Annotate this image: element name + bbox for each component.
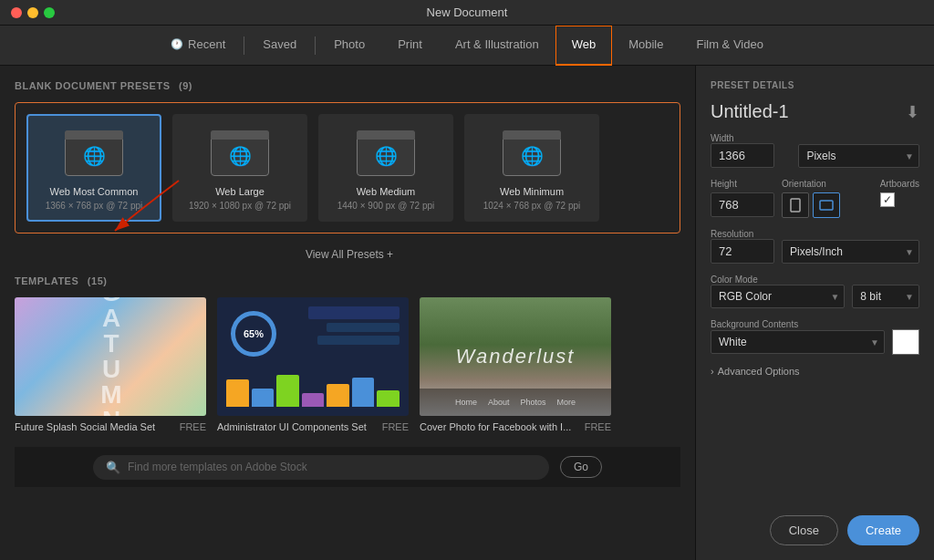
tab-art-label: Art & Illustration xyxy=(455,37,539,51)
width-input-group xyxy=(711,143,791,168)
landscape-orientation-button[interactable] xyxy=(813,192,840,218)
title-bar: New Document xyxy=(0,0,934,26)
artboards-checkbox[interactable]: ✓ xyxy=(880,192,895,207)
tab-web[interactable]: Web xyxy=(555,26,613,66)
tab-print[interactable]: Print xyxy=(381,26,439,66)
bg-contents-select[interactable]: White Black Transparent xyxy=(711,330,885,354)
window-title: New Document xyxy=(427,5,508,19)
tab-film[interactable]: Film & Video xyxy=(680,26,779,66)
width-row: Pixels Inches cm ▼ xyxy=(711,143,919,168)
width-field-group: Width Pixels Inches cm ▼ xyxy=(711,133,919,168)
tab-photo[interactable]: Photo xyxy=(317,26,381,66)
artboards-label: Artboards xyxy=(880,179,919,189)
width-input[interactable] xyxy=(711,143,774,168)
preset-icon-minimum: 🌐 xyxy=(503,130,561,176)
preset-icon-medium: 🌐 xyxy=(357,130,415,176)
tab-art[interactable]: Art & Illustration xyxy=(439,26,555,66)
main-layout: BLANK DOCUMENT PRESETS (9) 🌐 Web Most Co… xyxy=(0,66,934,560)
create-button[interactable]: Create xyxy=(847,515,919,545)
bg-contents-select-wrap: White Black Transparent ▼ xyxy=(711,330,885,354)
template-badge-cover: FREE xyxy=(585,421,611,432)
tab-photo-label: Photo xyxy=(334,37,365,51)
bg-contents-field-group: Background Contents White Black Transpar… xyxy=(711,319,919,355)
left-panel: BLANK DOCUMENT PRESETS (9) 🌐 Web Most Co… xyxy=(0,66,695,560)
globe-icon-4: 🌐 xyxy=(521,145,544,167)
tab-web-label: Web xyxy=(572,37,597,51)
template-name-row-cover: Cover Photo for Facebook with I... FREE xyxy=(420,421,611,432)
portrait-icon xyxy=(790,198,801,213)
artboards-field-group: Artboards ✓ xyxy=(880,179,919,207)
preset-card-medium[interactable]: 🌐 Web Medium 1440 × 900 px @ 72 ppi xyxy=(318,114,453,222)
preset-name-most-common: Web Most Common xyxy=(50,185,139,199)
portrait-orientation-button[interactable] xyxy=(782,192,809,218)
preset-dims-minimum: 1024 × 768 px @ 72 ppi xyxy=(483,201,581,211)
preset-card-most-common[interactable]: 🌐 Web Most Common 1366 × 768 px @ 72 ppi xyxy=(26,114,161,222)
tab-divider-2 xyxy=(315,36,316,55)
template-thumb-splash: GATUMN xyxy=(15,297,206,416)
template-thumb-admin: 65% xyxy=(217,297,409,416)
resolution-unit-select[interactable]: Pixels/Inch Pixels/cm xyxy=(782,240,919,264)
tab-mobile[interactable]: Mobile xyxy=(612,26,680,66)
preset-icon-large: 🌐 xyxy=(211,130,269,176)
svg-rect-2 xyxy=(820,201,833,210)
preset-title-row: Untitled-1 ⬇ xyxy=(711,101,919,122)
preset-card-minimum[interactable]: 🌐 Web Minimum 1024 × 768 px @ 72 ppi xyxy=(464,114,599,222)
width-unit-select[interactable]: Pixels Inches cm xyxy=(798,144,919,168)
template-name-admin: Administrator UI Components Set xyxy=(217,421,367,432)
templates-count: (15) xyxy=(88,275,108,286)
advanced-options-link[interactable]: › Advanced Options xyxy=(711,366,919,377)
color-depth-select[interactable]: 8 bit 16 bit 32 bit xyxy=(852,285,919,308)
template-badge-admin: FREE xyxy=(382,421,409,432)
color-mode-select-wrap: RGB Color CMYK Color Grayscale ▼ xyxy=(711,285,845,308)
thumb-circle: 65% xyxy=(231,311,276,357)
resolution-label: Resolution xyxy=(711,229,919,239)
tab-saved[interactable]: Saved xyxy=(246,26,313,66)
maximize-window-button[interactable] xyxy=(44,7,55,18)
close-window-button[interactable] xyxy=(11,7,22,18)
color-depth-select-wrap: 8 bit 16 bit 32 bit ▼ xyxy=(852,285,919,308)
template-card-cover[interactable]: Wanderlust Home About Photos More Cover … xyxy=(420,297,611,432)
bottom-buttons: Close Create xyxy=(711,515,919,545)
tab-divider xyxy=(244,36,244,55)
width-unit-select-wrap: Pixels Inches cm ▼ xyxy=(798,144,919,168)
tab-recent-label: Recent xyxy=(188,37,225,51)
resolution-unit-select-wrap: Pixels/Inch Pixels/cm ▼ xyxy=(782,240,919,264)
view-all-presets[interactable]: View All Presets + xyxy=(15,248,680,261)
resolution-row: Pixels/Inch Pixels/cm ▼ xyxy=(711,239,919,264)
template-name-cover: Cover Photo for Facebook with I... xyxy=(420,421,571,432)
right-panel: PRESET DETAILS Untitled-1 ⬇ Width Pixels… xyxy=(695,66,934,560)
thumb-bars xyxy=(226,370,400,407)
bg-contents-row: White Black Transparent ▼ xyxy=(711,329,919,355)
thumb-3-text: Wanderlust xyxy=(456,345,576,368)
height-label: Height xyxy=(711,179,774,189)
preset-dims-most-common: 1366 × 768 px @ 72 ppi xyxy=(46,201,143,211)
template-card-admin[interactable]: 65% xyxy=(217,297,409,432)
minimize-window-button[interactable] xyxy=(27,7,38,18)
orientation-field-group: Orientation xyxy=(782,179,873,218)
template-name-splash: Future Splash Social Media Set xyxy=(15,421,155,432)
width-label: Width xyxy=(711,133,919,143)
preset-name-minimum: Web Minimum xyxy=(500,185,564,199)
height-field-group: Height xyxy=(711,179,774,217)
color-mode-select[interactable]: RGB Color CMYK Color Grayscale xyxy=(711,285,845,308)
globe-icon-2: 🌐 xyxy=(229,145,252,167)
height-input[interactable] xyxy=(711,192,774,217)
template-grid: GATUMN Future Splash Social Media Set FR… xyxy=(15,297,680,432)
close-button[interactable]: Close xyxy=(770,515,838,545)
resolution-input[interactable] xyxy=(711,239,774,264)
preset-icon-most-common: 🌐 xyxy=(65,130,123,176)
resolution-input-group xyxy=(711,239,774,264)
preset-card-large[interactable]: 🌐 Web Large 1920 × 1080 px @ 72 ppi xyxy=(172,114,307,222)
save-preset-icon[interactable]: ⬇ xyxy=(906,102,919,122)
view-all-label: View All Presets + xyxy=(306,248,393,261)
tab-mobile-label: Mobile xyxy=(628,37,663,51)
bg-color-swatch[interactable] xyxy=(892,329,919,355)
tab-recent[interactable]: 🕐 Recent xyxy=(154,26,242,66)
advanced-options-label: Advanced Options xyxy=(718,366,800,377)
search-input-wrap: 🔍 Find more templates on Adobe Stock xyxy=(93,455,549,480)
tab-film-label: Film & Video xyxy=(696,37,763,51)
search-go-button[interactable]: Go xyxy=(560,456,602,478)
template-badge-splash: FREE xyxy=(180,421,206,432)
landscape-icon xyxy=(819,200,834,211)
template-card-splash[interactable]: GATUMN Future Splash Social Media Set FR… xyxy=(15,297,206,432)
